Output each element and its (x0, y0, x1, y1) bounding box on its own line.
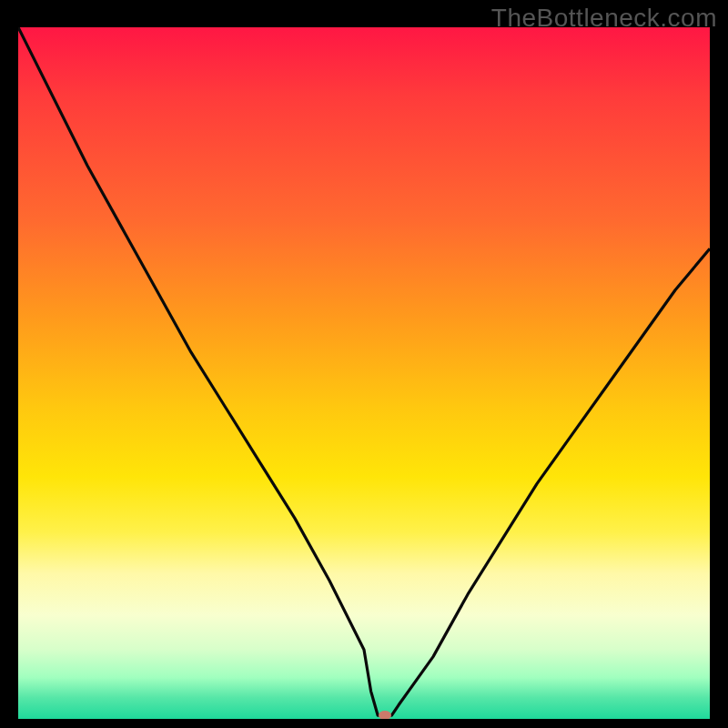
watermark-text: TheBottleneck.com (491, 4, 717, 33)
bottleneck-curve-path (18, 27, 710, 715)
curve-svg (18, 27, 710, 719)
chart-frame: TheBottleneck.com (0, 0, 728, 728)
plot-area (18, 27, 710, 719)
marker-dot (379, 711, 391, 719)
